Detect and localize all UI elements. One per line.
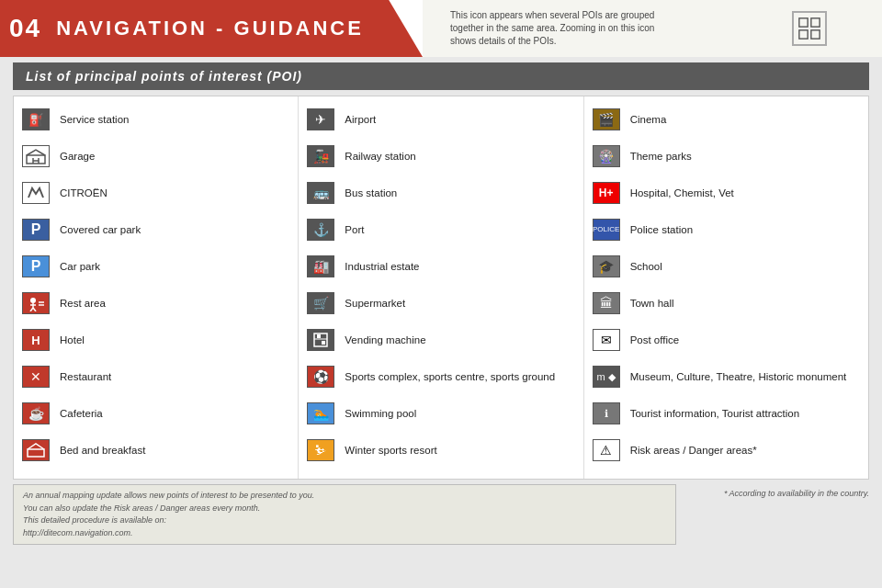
svg-rect-0: [799, 18, 808, 27]
cinema-icon: 🎬: [590, 106, 623, 133]
rest-area-icon: [19, 289, 52, 317]
supermarket-label: Supermarket: [345, 297, 405, 311]
list-item: ✉ Post office: [590, 324, 863, 356]
risk-areas-icon: ⚠: [590, 436, 623, 464]
vending-machine-icon: [304, 326, 337, 354]
list-item: CITROËN: [19, 177, 292, 209]
list-item: ⛽ Service station: [19, 104, 292, 135]
svg-rect-1: [811, 18, 820, 27]
svg-point-8: [30, 298, 36, 303]
section-title-bar: List of principal points of interest (PO…: [13, 62, 869, 90]
covered-car-park-icon: P: [19, 216, 52, 243]
footer-note: An annual mapping update allows new poin…: [13, 484, 676, 545]
list-item: ℹ Tourist information, Tourist attractio…: [590, 398, 863, 429]
asterisk-text: * According to availability in the count…: [724, 489, 869, 498]
svg-rect-15: [28, 449, 44, 457]
list-item: 🎬 Cinema: [590, 104, 863, 135]
winter-sports-icon: ⛷: [304, 436, 337, 464]
bnb-icon: [19, 436, 52, 464]
list-item: 🛒 Supermarket: [304, 288, 577, 319]
railway-station-label: Railway station: [345, 150, 415, 164]
industrial-estate-icon: 🏭: [304, 253, 337, 280]
citroen-label: CITROËN: [60, 187, 107, 200]
airport-icon: ✈: [304, 106, 337, 133]
header-note-text: This icon appears when several POIs are …: [450, 9, 654, 48]
sports-complex-label: Sports complex, sports centre, sports gr…: [345, 370, 555, 384]
police-station-label: Police station: [630, 223, 693, 237]
list-item: 🏛 Town hall: [590, 288, 863, 319]
header-info: This icon appears when several POIs are …: [423, 0, 882, 57]
list-item: 🏊 Swimming pool: [304, 398, 577, 429]
rest-area-label: Rest area: [60, 297, 106, 311]
police-station-icon: POLICE: [590, 216, 623, 243]
port-label: Port: [345, 223, 364, 237]
port-icon: ⚓: [304, 216, 337, 243]
header-chapter: 04 NAVIGATION - GUIDANCE: [0, 0, 423, 57]
list-item: Bed and breakfast: [19, 435, 292, 466]
swimming-pool-icon: 🏊: [304, 400, 337, 427]
car-park-icon: P: [19, 253, 52, 280]
list-item: H+ Hospital, Chemist, Vet: [590, 177, 863, 209]
service-station-icon: ⛽: [19, 106, 52, 133]
list-item: 🚌 Bus station: [304, 177, 577, 209]
poi-column-2: ✈ Airport 🚂 Railway station 🚌 Bus statio…: [299, 96, 583, 479]
theme-parks-label: Theme parks: [630, 150, 692, 164]
list-item: ⚽ Sports complex, sports centre, sports …: [304, 361, 577, 392]
poi-table: ⛽ Service station Garage CITROËN: [13, 96, 869, 480]
restaurant-icon: ✕: [19, 363, 52, 390]
car-park-label: Car park: [60, 260, 100, 274]
post-office-icon: ✉: [590, 326, 623, 354]
swimming-pool-label: Swimming pool: [345, 407, 416, 421]
footer: An annual mapping update allows new poin…: [13, 484, 869, 545]
footer-note-text: An annual mapping update allows new poin…: [23, 491, 314, 537]
list-item: Vending machine: [304, 324, 577, 356]
svg-rect-18: [317, 334, 321, 338]
list-item: POLICE Police station: [590, 214, 863, 245]
supermarket-icon: 🛒: [304, 289, 337, 317]
chapter-title: NAVIGATION - GUIDANCE: [56, 17, 364, 40]
cinema-label: Cinema: [630, 113, 667, 127]
cafeteria-icon: ☕: [19, 400, 52, 427]
vending-machine-label: Vending machine: [345, 334, 425, 347]
list-item: m ◆ Museum, Culture, Theatre, Historic m…: [590, 361, 863, 392]
list-item: ⚠ Risk areas / Danger areas*: [590, 435, 863, 466]
museum-label: Museum, Culture, Theatre, Historic monum…: [630, 370, 847, 384]
footer-asterisk: * According to availability in the count…: [685, 484, 869, 498]
svg-rect-4: [27, 155, 45, 164]
page-header: 04 NAVIGATION - GUIDANCE This icon appea…: [0, 0, 882, 57]
grid-icon: [797, 16, 821, 41]
cafeteria-label: Cafeteria: [60, 407, 103, 421]
poi-column-1: ⛽ Service station Garage CITROËN: [14, 96, 299, 479]
poi-cluster-icon: [792, 11, 827, 46]
covered-car-park-label: Covered car park: [60, 223, 141, 237]
list-item: Rest area: [19, 288, 292, 319]
school-label: School: [630, 260, 662, 274]
industrial-estate-label: Industrial estate: [345, 260, 419, 274]
list-item: 🎓 School: [590, 251, 863, 282]
list-item: ✕ Restaurant: [19, 361, 292, 392]
theme-parks-icon: 🎡: [590, 142, 623, 170]
hotel-label: Hotel: [60, 334, 85, 347]
poi-column-3: 🎬 Cinema 🎡 Theme parks H+ Hospital, Chem…: [584, 96, 868, 479]
town-hall-label: Town hall: [630, 297, 674, 311]
hospital-icon: H+: [590, 179, 623, 207]
airport-label: Airport: [345, 113, 376, 127]
winter-sports-label: Winter sports resort: [345, 444, 436, 458]
risk-areas-label: Risk areas / Danger areas*: [630, 444, 757, 458]
section-title: List of principal points of interest (PO…: [26, 69, 302, 84]
list-item: P Car park: [19, 251, 292, 282]
list-item: 🚂 Railway station: [304, 141, 577, 172]
hospital-label: Hospital, Chemist, Vet: [630, 187, 734, 200]
bus-station-label: Bus station: [345, 187, 397, 200]
list-item: ⚓ Port: [304, 214, 577, 245]
post-office-label: Post office: [630, 334, 680, 347]
school-icon: 🎓: [590, 253, 623, 280]
list-item: ☕ Cafeteria: [19, 398, 292, 429]
list-item: 🏭 Industrial estate: [304, 251, 577, 282]
chapter-number: 04: [9, 14, 41, 43]
garage-icon: [19, 142, 52, 170]
restaurant-label: Restaurant: [60, 370, 111, 384]
bnb-label: Bed and breakfast: [60, 444, 145, 458]
list-item: ⛷ Winter sports resort: [304, 435, 577, 466]
svg-line-12: [33, 308, 36, 311]
